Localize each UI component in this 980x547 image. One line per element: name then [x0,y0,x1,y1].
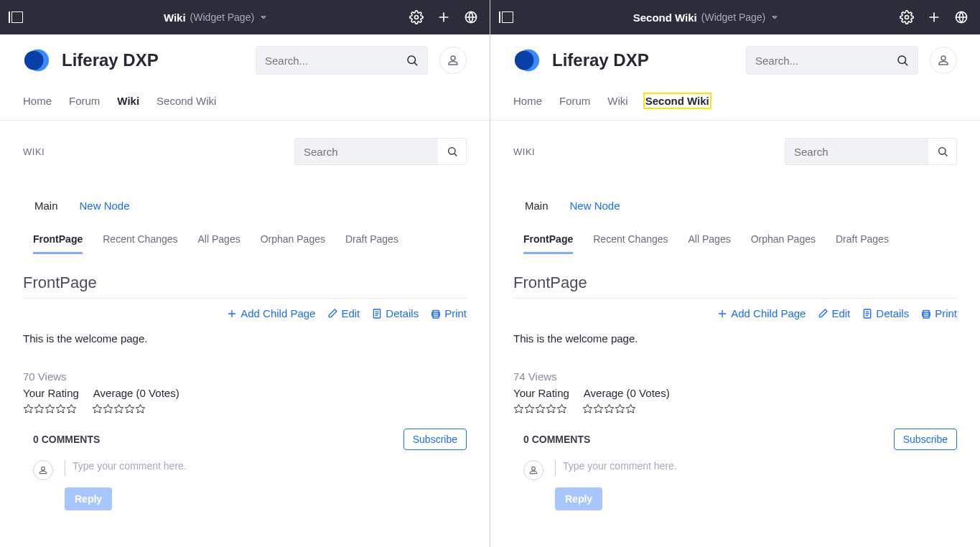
wiki-node-main[interactable]: Main [525,200,549,212]
star-icon[interactable] [45,403,55,414]
svg-marker-23 [93,404,102,413]
star-icon[interactable] [92,403,103,414]
tab-frontpage[interactable]: FrontPage [33,233,83,254]
globe-icon[interactable] [954,10,969,24]
svg-line-35 [905,62,907,65]
nav-item-wiki[interactable]: Wiki [117,95,139,107]
caret-down-icon[interactable] [258,12,269,22]
view-count: 74 Views [513,370,957,383]
star-icon[interactable] [556,403,567,414]
topbar-subtitle: (Widget Page) [701,11,765,23]
portlet-title: WIKI [513,146,535,157]
nav-item-forum[interactable]: Forum [559,95,590,107]
nav-item-home[interactable]: Home [23,95,52,107]
svg-point-34 [898,56,906,64]
wiki-tabs: FrontPageRecent ChangesAll PagesOrphan P… [513,233,957,255]
star-icon[interactable] [66,403,77,414]
plus-icon[interactable] [437,10,451,24]
star-icon[interactable] [34,403,45,414]
add-child-page-button[interactable]: Add Child Page [226,307,315,319]
svg-marker-20 [45,404,55,413]
nav-item-second-wiki[interactable]: Second Wiki [157,95,216,107]
site-logo[interactable] [23,47,50,74]
wiki-content: This is the welcome page. [513,332,957,345]
star-icon[interactable] [546,403,556,414]
print-button[interactable]: Print [920,307,957,319]
comment-input[interactable]: Type your comment here. [65,460,467,476]
star-icon[interactable] [23,403,34,414]
star-icon[interactable] [124,403,135,414]
portlet-search-input[interactable] [294,138,438,165]
caret-down-icon[interactable] [770,12,780,22]
tab-draft-pages[interactable]: Draft Pages [345,233,398,254]
star-icon[interactable] [135,403,146,414]
global-search-input[interactable] [755,55,896,67]
nav-item-second-wiki[interactable]: Second Wiki [645,95,709,107]
tab-draft-pages[interactable]: Draft Pages [836,233,889,254]
details-button[interactable]: Details [371,307,419,319]
global-search[interactable] [256,46,428,75]
star-icon[interactable] [615,403,625,414]
nav-item-home[interactable]: Home [513,95,542,107]
comment-input[interactable]: Type your comment here. [555,460,957,476]
wiki-nodes: MainNew Node [513,200,957,212]
subscribe-button[interactable]: Subscribe [894,429,957,450]
user-avatar[interactable] [930,47,957,74]
tab-all-pages[interactable]: All Pages [689,233,731,254]
tab-recent-changes[interactable]: Recent Changes [593,233,668,254]
edit-button[interactable]: Edit [327,307,360,319]
sidebar-toggle-icon[interactable] [11,11,23,23]
add-child-page-button[interactable]: Add Child Page [717,307,806,319]
star-icon[interactable] [103,403,113,414]
nav-item-forum[interactable]: Forum [69,95,100,107]
star-icon[interactable] [113,403,124,414]
svg-line-37 [945,154,947,156]
site-logo[interactable] [513,47,541,74]
svg-marker-51 [583,404,592,413]
user-avatar[interactable] [439,47,467,74]
edit-button[interactable]: Edit [817,307,850,319]
sidebar-toggle-icon[interactable] [502,11,513,23]
subscribe-button[interactable]: Subscribe [403,429,467,450]
wiki-node-main[interactable]: Main [34,200,58,212]
reply-button[interactable]: Reply [555,487,602,510]
wiki-node-new-node[interactable]: New Node [80,200,130,212]
wiki-nodes: MainNew Node [23,200,467,212]
gear-icon[interactable] [409,10,424,24]
site-header: Liferay DXP [490,34,980,86]
portlet-search-button[interactable] [928,138,957,165]
page-title: FrontPage [513,274,957,292]
star-icon[interactable] [593,403,604,414]
portlet-search-button[interactable] [438,138,467,165]
site-brand: Liferay DXP [62,50,159,70]
wiki-node-new-node[interactable]: New Node [570,200,620,212]
global-search[interactable] [746,46,918,75]
your-rating-stars[interactable] [23,403,78,414]
nav-item-wiki[interactable]: Wiki [607,95,627,107]
portlet-search-input[interactable] [785,138,928,165]
tab-orphan-pages[interactable]: Orphan Pages [261,233,325,254]
star-icon[interactable] [535,403,546,414]
search-icon[interactable] [406,54,419,67]
star-icon[interactable] [604,403,615,414]
tab-orphan-pages[interactable]: Orphan Pages [751,233,816,254]
gear-icon[interactable] [900,10,914,24]
print-button[interactable]: Print [430,307,467,319]
tab-all-pages[interactable]: All Pages [198,233,241,254]
your-rating-stars[interactable] [513,403,568,414]
tab-frontpage[interactable]: FrontPage [523,233,573,254]
comments-count: 0 COMMENTS [33,434,100,445]
star-icon[interactable] [625,403,636,414]
topbar-title: Wiki [164,11,186,24]
details-button[interactable]: Details [862,307,909,319]
search-icon[interactable] [896,54,909,67]
global-search-input[interactable] [265,55,406,67]
star-icon[interactable] [524,403,535,414]
tab-recent-changes[interactable]: Recent Changes [103,233,177,254]
reply-button[interactable]: Reply [65,487,112,510]
globe-icon[interactable] [464,10,478,24]
star-icon[interactable] [55,403,66,414]
plus-icon[interactable] [927,10,941,24]
star-icon[interactable] [513,403,524,414]
star-icon[interactable] [582,403,593,414]
